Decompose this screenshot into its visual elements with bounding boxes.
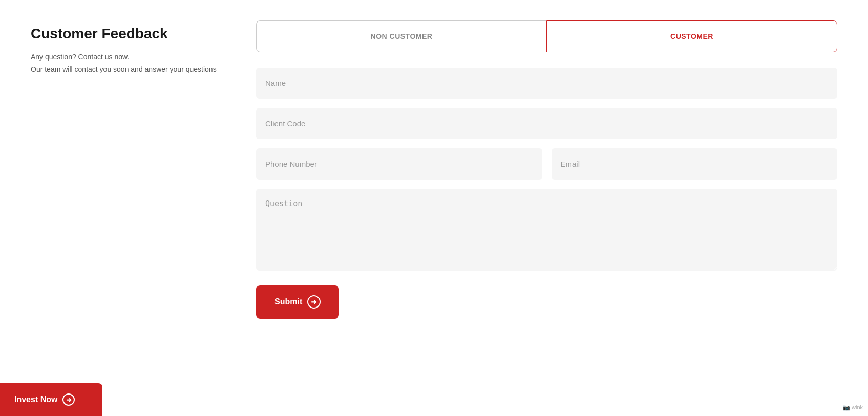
description-line2: Our team will contact you soon and answe…	[31, 63, 225, 76]
submit-row: Submit ➜	[256, 285, 837, 319]
submit-arrow-icon: ➜	[307, 295, 321, 309]
question-textarea[interactable]	[256, 189, 837, 271]
phone-email-row	[256, 148, 837, 180]
page-title: Customer Feedback	[31, 26, 225, 42]
email-input[interactable]	[552, 148, 838, 180]
watermark: 📷 wink	[843, 404, 863, 411]
submit-button[interactable]: Submit ➜	[256, 285, 339, 319]
client-code-input[interactable]	[256, 108, 837, 139]
tab-customer[interactable]: CUSTOMER	[546, 20, 837, 52]
submit-label: Submit	[274, 297, 302, 306]
invest-now-label: Invest Now	[14, 395, 57, 404]
feedback-form: Submit ➜	[256, 68, 837, 319]
name-input[interactable]	[256, 68, 837, 99]
invest-now-bar[interactable]: Invest Now ➜	[0, 383, 102, 416]
description: Any question? Contact us now. Our team w…	[31, 51, 225, 76]
left-panel: Customer Feedback Any question? Contact …	[31, 20, 225, 396]
description-line1: Any question? Contact us now.	[31, 51, 225, 63]
phone-input[interactable]	[256, 148, 542, 180]
invest-arrow-icon: ➜	[62, 393, 75, 406]
tab-row: NON CUSTOMER CUSTOMER	[256, 20, 837, 52]
right-panel: NON CUSTOMER CUSTOMER Submit ➜	[256, 20, 837, 396]
tab-non-customer[interactable]: NON CUSTOMER	[256, 20, 546, 52]
